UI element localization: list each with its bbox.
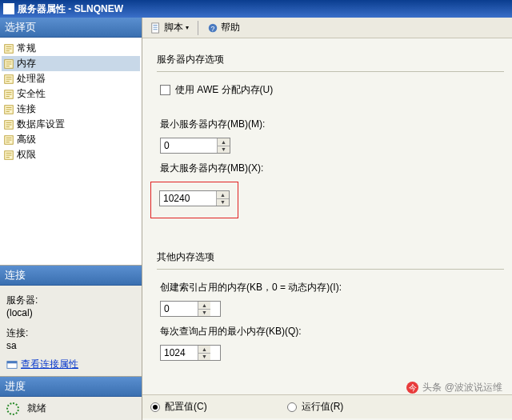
svg-text:?: ? <box>211 24 215 32</box>
running-value-label: 运行值(R) <box>302 400 344 414</box>
progress-circle-icon <box>6 402 19 415</box>
main-panel: 脚本 ▾ ? 帮助 服务器内存选项 使用 AWE 分配内存(U) 最小服务器内存… <box>142 18 512 420</box>
progress-header: 进度 <box>0 377 142 397</box>
other-mem-header: 其他内存选项 <box>157 250 504 264</box>
progress-panel: 进度 就绪 <box>0 376 142 420</box>
index-mem-spinner[interactable]: ▲▼ <box>160 301 221 317</box>
sidebar-item[interactable]: 数据库设置 <box>2 117 140 132</box>
max-mem-label: 最大服务器内存(MB)(X): <box>160 162 504 175</box>
sidebar-item-label: 数据库设置 <box>17 118 65 131</box>
help-label: 帮助 <box>221 21 240 34</box>
max-mem-input[interactable] <box>160 191 216 206</box>
pages-tree[interactable]: 常规内存处理器安全性连接数据库设置高级权限 <box>0 38 142 265</box>
config-value-label: 配置值(C) <box>165 400 207 414</box>
connection-panel: 连接 服务器: (local) 连接: sa 查看连接属性 <box>0 265 142 376</box>
page-icon <box>3 119 14 130</box>
toolbar: 脚本 ▾ ? 帮助 <box>142 18 512 38</box>
spin-up-icon[interactable]: ▲ <box>198 302 210 310</box>
spin-down-icon[interactable]: ▼ <box>218 146 230 154</box>
sidebar-item[interactable]: 连接 <box>2 102 140 117</box>
form-area: 服务器内存选项 使用 AWE 分配内存(U) 最小服务器内存(MB)(M): ▲… <box>142 38 512 420</box>
sidebar-item[interactable]: 安全性 <box>2 86 140 102</box>
sidebar-item-label: 连接 <box>17 102 36 116</box>
index-mem-input[interactable] <box>161 302 198 316</box>
page-icon <box>3 43 14 54</box>
query-mem-spinner[interactable]: ▲▼ <box>160 345 221 361</box>
sidebar-item-label: 常规 <box>17 42 36 55</box>
progress-body: 就绪 <box>0 397 142 420</box>
page-icon <box>3 104 14 115</box>
min-mem-label: 最小服务器内存(MB)(M): <box>160 118 504 131</box>
sidebar-item-label: 内存 <box>17 57 36 70</box>
page-icon <box>3 58 14 70</box>
svg-rect-9 <box>7 361 17 363</box>
server-label: 服务器: <box>6 294 135 307</box>
conn-label: 连接: <box>6 326 135 340</box>
view-props-label: 查看连接属性 <box>21 358 78 371</box>
sidebar-item-label: 安全性 <box>17 87 46 101</box>
sidebar-item-label: 处理器 <box>17 72 46 86</box>
radio-icon <box>287 402 297 412</box>
watermark: 今 头条 @波波说运维 <box>406 381 502 394</box>
sidebar-item[interactable]: 处理器 <box>2 71 140 86</box>
watermark-icon: 今 <box>406 382 418 394</box>
window-title: 服务器属性 - SLNQNEW <box>18 2 123 16</box>
view-connection-props-link[interactable]: 查看连接属性 <box>6 358 135 371</box>
awe-label: 使用 AWE 分配内存(U) <box>175 83 273 97</box>
sidebar: 选择页 常规内存处理器安全性连接数据库设置高级权限 连接 服务器: (local… <box>0 18 142 420</box>
max-mem-highlight: ▲▼ <box>150 182 238 218</box>
progress-status: 就绪 <box>27 402 46 415</box>
window-icon <box>3 3 14 14</box>
dropdown-arrow-icon: ▾ <box>186 24 189 31</box>
running-value-radio[interactable]: 运行值(R) <box>287 400 344 414</box>
max-mem-spinner[interactable]: ▲▼ <box>159 190 230 206</box>
page-icon <box>3 150 14 161</box>
toolbar-separator <box>198 21 198 35</box>
conn-value: sa <box>6 340 135 351</box>
script-button[interactable]: 脚本 ▾ <box>147 19 192 36</box>
sidebar-item[interactable]: 常规 <box>2 41 140 56</box>
sidebar-item[interactable]: 高级 <box>2 132 140 147</box>
title-bar: 服务器属性 - SLNQNEW <box>0 0 512 18</box>
radio-icon <box>150 402 160 412</box>
radio-row: 配置值(C) 运行值(R) <box>142 394 512 418</box>
min-mem-spinner[interactable]: ▲▼ <box>160 138 230 154</box>
index-mem-label: 创建索引占用的内存(KB，0 = 动态内存)(I): <box>160 281 504 294</box>
divider <box>157 71 504 72</box>
sidebar-item-label: 权限 <box>17 148 36 162</box>
connection-body: 服务器: (local) 连接: sa 查看连接属性 <box>0 286 142 376</box>
query-mem-label: 每次查询占用的最小内存(KB)(Q): <box>160 325 504 338</box>
pages-header: 选择页 <box>0 18 142 38</box>
help-button[interactable]: ? 帮助 <box>204 19 243 36</box>
properties-icon <box>6 359 18 370</box>
awe-checkbox[interactable] <box>160 85 170 95</box>
script-icon <box>150 22 162 34</box>
server-value: (local) <box>6 307 135 318</box>
watermark-text: 头条 @波波说运维 <box>422 381 502 394</box>
config-value-radio[interactable]: 配置值(C) <box>150 400 207 414</box>
svg-rect-10 <box>152 22 159 32</box>
spin-down-icon[interactable]: ▼ <box>217 199 229 206</box>
page-icon <box>3 74 14 85</box>
awe-checkbox-row[interactable]: 使用 AWE 分配内存(U) <box>160 83 504 97</box>
spin-up-icon[interactable]: ▲ <box>218 138 230 146</box>
content-area: 选择页 常规内存处理器安全性连接数据库设置高级权限 连接 服务器: (local… <box>0 18 512 420</box>
sidebar-item[interactable]: 内存 <box>2 56 140 71</box>
sidebar-item-label: 高级 <box>17 133 36 146</box>
spin-down-icon[interactable]: ▼ <box>198 310 210 317</box>
page-icon <box>3 89 14 100</box>
page-icon <box>3 134 14 146</box>
min-mem-input[interactable] <box>161 138 217 153</box>
spin-up-icon[interactable]: ▲ <box>198 346 210 354</box>
divider <box>157 269 504 270</box>
script-label: 脚本 <box>164 21 183 34</box>
connection-header: 连接 <box>0 266 142 286</box>
help-icon: ? <box>207 22 218 34</box>
query-mem-input[interactable] <box>161 346 198 360</box>
spin-up-icon[interactable]: ▲ <box>217 191 229 199</box>
spin-down-icon[interactable]: ▼ <box>198 354 210 361</box>
server-memory-header: 服务器内存选项 <box>157 53 504 66</box>
sidebar-item[interactable]: 权限 <box>2 147 140 162</box>
